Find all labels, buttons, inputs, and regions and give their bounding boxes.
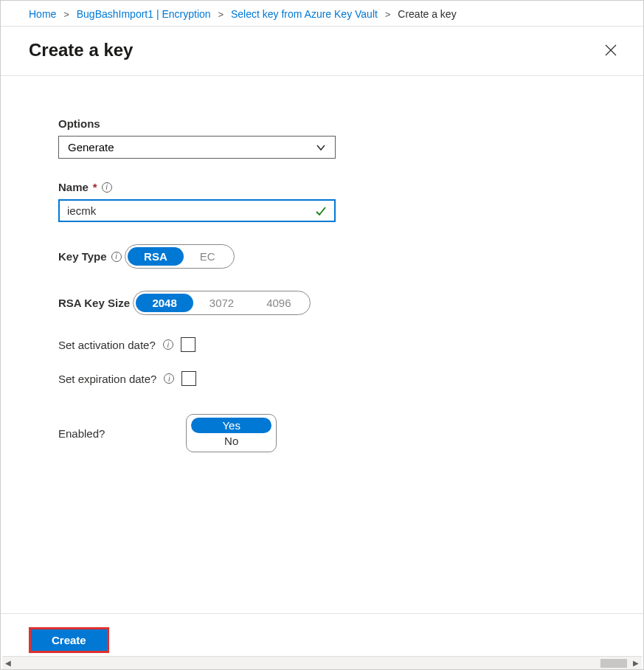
name-input-wrap[interactable] <box>58 199 336 222</box>
breadcrumb-encryption[interactable]: BugBashImport1 | Encryption <box>77 8 211 20</box>
enabled-toggle: Yes No <box>186 414 276 452</box>
keytype-field: Key Type i RSA EC <box>58 244 586 269</box>
keysize-label: RSA Key Size <box>58 297 130 309</box>
options-select[interactable]: Generate <box>58 136 336 159</box>
breadcrumb-select-key[interactable]: Select key from Azure Key Vault <box>231 8 378 20</box>
keysize-field: RSA Key Size 2048 3072 4096 <box>58 291 586 315</box>
breadcrumb-home[interactable]: Home <box>29 8 56 20</box>
activation-label: Set activation date? <box>58 339 156 351</box>
info-icon[interactable]: i <box>102 182 112 193</box>
chevron-down-icon <box>316 142 326 153</box>
expiration-field: Set expiration date? i <box>58 371 586 386</box>
name-field: Name * i <box>58 181 586 222</box>
activation-field: Set activation date? i <box>58 337 586 352</box>
expiration-checkbox[interactable] <box>181 371 196 386</box>
keysize-3072[interactable]: 3072 <box>193 294 250 312</box>
keysize-4096[interactable]: 4096 <box>250 294 307 312</box>
keysize-toggle: 2048 3072 4096 <box>133 291 310 315</box>
options-value: Generate <box>68 141 114 153</box>
form-body: Options Generate Name * i Key Type i RSA <box>1 76 643 467</box>
create-button[interactable]: Create <box>29 627 109 653</box>
enabled-label: Enabled? <box>58 427 105 440</box>
check-icon <box>315 205 327 217</box>
options-label: Options <box>58 117 100 130</box>
scroll-left-icon[interactable]: ◀ <box>2 657 14 669</box>
horizontal-scrollbar[interactable]: ◀ ▶ <box>2 656 642 669</box>
enabled-yes[interactable]: Yes <box>191 418 271 433</box>
name-label: Name * i <box>58 181 112 193</box>
options-field: Options Generate <box>58 117 586 159</box>
keysize-2048[interactable]: 2048 <box>136 294 193 312</box>
page-header: Create a key <box>1 27 643 76</box>
page-title: Create a key <box>29 40 133 61</box>
breadcrumb-sep: > <box>218 9 224 20</box>
keytype-label-text: Key Type <box>58 250 107 263</box>
breadcrumb-current: Create a key <box>398 8 456 20</box>
close-icon <box>605 44 617 56</box>
footer: Create <box>1 613 643 653</box>
expiration-label: Set expiration date? <box>58 373 156 385</box>
close-button[interactable] <box>599 38 623 62</box>
breadcrumb: Home > BugBashImport1 | Encryption > Sel… <box>1 1 643 27</box>
info-icon[interactable]: i <box>163 339 173 350</box>
breadcrumb-sep: > <box>385 9 391 20</box>
keytype-toggle: RSA EC <box>125 244 235 269</box>
activation-checkbox[interactable] <box>181 337 195 352</box>
enabled-field: Enabled? Yes No <box>58 414 586 452</box>
info-icon[interactable]: i <box>164 373 174 384</box>
required-asterisk: * <box>93 181 97 193</box>
scroll-right-icon[interactable]: ▶ <box>630 657 642 669</box>
keytype-rsa[interactable]: RSA <box>128 247 184 266</box>
info-icon[interactable]: i <box>111 252 122 262</box>
name-input[interactable] <box>67 204 315 217</box>
keytype-label: Key Type i <box>58 250 122 263</box>
breadcrumb-sep: > <box>63 9 69 20</box>
enabled-no[interactable]: No <box>191 433 271 449</box>
keytype-ec[interactable]: EC <box>184 247 232 266</box>
name-label-text: Name <box>58 181 89 193</box>
scroll-thumb[interactable] <box>600 659 627 668</box>
